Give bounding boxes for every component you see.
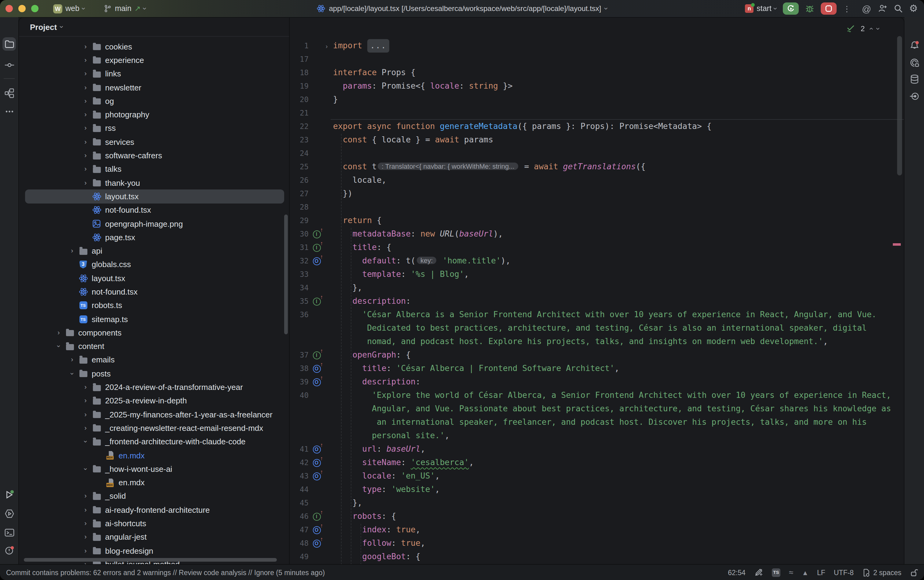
editor-line-17[interactable]: 17 — [290, 53, 904, 66]
code-text[interactable]: const t: Translator<{ navbar: { workWith… — [331, 160, 904, 173]
code-text[interactable]: }, — [331, 281, 904, 295]
code-editor[interactable]: 1›import ...1718interface Props {19 para… — [289, 18, 904, 565]
tree-item-layout-tsx[interactable]: layout.tsx — [19, 271, 289, 285]
window-title[interactable]: app/[locale]/layout.tsx [/Users/cesalber… — [316, 4, 607, 13]
tree-horizontal-scrollbar[interactable] — [24, 558, 277, 562]
code-text[interactable]: type: 'website', — [331, 483, 904, 496]
overriding-member-icon[interactable]: O — [310, 539, 323, 547]
project-panel-header[interactable]: Project › — [19, 18, 289, 37]
tree-item-en-mdx[interactable]: MDXen.mdx — [19, 476, 289, 489]
chevron-collapsed-icon[interactable]: › — [79, 84, 92, 91]
caret-position[interactable]: 62:54 — [728, 569, 746, 576]
structure-icon[interactable] — [2, 86, 16, 100]
code-text[interactable]: locale, — [331, 173, 904, 187]
code-text[interactable]: title: { — [331, 241, 904, 254]
chevron-collapsed-icon[interactable]: › — [79, 152, 92, 159]
chevron-expanded-icon[interactable]: › — [82, 463, 89, 475]
editor-line-wrap[interactable]: nomad, and podcast host. Explore his pro… — [290, 335, 904, 348]
editor-line-41[interactable]: 41O url: baseUrl, — [290, 443, 904, 456]
stop-button[interactable] — [821, 2, 837, 15]
tree-item-photography[interactable]: ›photography — [19, 108, 289, 122]
ai-assistant-icon[interactable]: @ — [862, 4, 871, 13]
tree-item-not-found-tsx[interactable]: not-found.tsx — [19, 285, 289, 299]
editor-line-22[interactable]: 22export async function generateMetadata… — [290, 120, 904, 133]
fold-region-icon[interactable]: › — [323, 43, 331, 49]
chevron-collapsed-icon[interactable]: › — [79, 506, 92, 513]
tree-item-emails[interactable]: ›emails — [19, 353, 289, 367]
problems-icon[interactable] — [2, 543, 16, 557]
code-text[interactable]: default: t(key: 'home.title'), — [331, 254, 904, 268]
prettier-icon[interactable]: ≈ — [789, 568, 793, 577]
code-text[interactable]: template: '%s | Blog', — [331, 268, 904, 281]
close-window-button[interactable] — [5, 5, 13, 12]
rerun-button[interactable] — [783, 2, 799, 15]
ai-assistant-icon[interactable] — [908, 56, 921, 69]
zoom-window-button[interactable] — [31, 5, 38, 12]
code-text[interactable]: Dedicated to best practices, architectur… — [331, 321, 904, 335]
tree-item-cookies[interactable]: ›cookies — [19, 40, 289, 53]
overriding-member-icon[interactable]: O — [310, 257, 323, 265]
code-text[interactable]: }, — [331, 496, 904, 510]
editor-line-39[interactable]: 39O description: — [290, 375, 904, 389]
editor-line-wrap[interactable]: Angular, and Vue. Passionate about best … — [290, 402, 904, 415]
editor-line-47[interactable]: 47O index: true, — [290, 523, 904, 537]
chevron-expanded-icon[interactable]: › — [82, 436, 89, 448]
file-encoding[interactable]: UTF-8 — [834, 569, 854, 576]
editor-line-27[interactable]: 27 }) — [290, 187, 904, 201]
run-configuration-selector[interactable]: n start › — [745, 4, 777, 13]
code-text[interactable]: personal site.', — [331, 429, 904, 443]
chevron-collapsed-icon[interactable]: › — [79, 180, 92, 186]
code-text[interactable]: interface Props { — [331, 66, 904, 79]
code-text[interactable]: locale: 'en_US', — [331, 470, 904, 483]
chevron-collapsed-icon[interactable]: › — [79, 57, 92, 64]
chevron-collapsed-icon[interactable]: › — [79, 425, 92, 432]
code-with-me-icon[interactable] — [877, 4, 887, 13]
implemented-member-icon[interactable]: I — [310, 512, 323, 521]
code-text[interactable]: return { — [331, 214, 904, 227]
overriding-member-icon[interactable]: O — [310, 364, 323, 372]
chevron-collapsed-icon[interactable]: › — [79, 166, 92, 173]
chevron-collapsed-icon[interactable]: › — [79, 125, 92, 132]
editor-line-wrap[interactable]: an international speaker, freelancer, an… — [290, 415, 904, 429]
chevron-collapsed-icon[interactable]: › — [79, 98, 92, 104]
code-text[interactable]: export async function generateMetadata({… — [331, 120, 904, 133]
tree-item-og[interactable]: ›og — [19, 94, 289, 108]
code-text[interactable]: index: true, — [331, 523, 904, 537]
project-folder-icon[interactable] — [2, 37, 16, 51]
tree-item-ai-shortcuts[interactable]: ›ai-shortcuts — [19, 517, 289, 531]
code-text[interactable]: title: 'César Alberca | Frontend Softwar… — [331, 362, 904, 375]
tree-item-2025-a-review-in-depth[interactable]: ›2025-a-review-in-depth — [19, 394, 289, 408]
code-text[interactable]: siteName: 'cesalberca', — [331, 456, 904, 470]
tree-item-en-mdx[interactable]: MDXen.mdx — [19, 448, 289, 462]
settings-gear-icon[interactable]: ⚙ — [909, 4, 918, 13]
tree-item-content[interactable]: ›content — [19, 339, 289, 353]
tree-item--creating-newsletter-react-email-resend-mdx[interactable]: ›_creating-newsletter-react-email-resend… — [19, 422, 289, 435]
editor-line-42[interactable]: 42O siteName: 'cesalberca', — [290, 456, 904, 470]
tree-item-components[interactable]: ›components — [19, 326, 289, 339]
overriding-member-icon[interactable]: O — [310, 526, 323, 534]
chevron-collapsed-icon[interactable]: › — [79, 493, 92, 499]
notifications-icon[interactable] — [908, 38, 921, 52]
tree-item--frontend-architecture-with-claude-code[interactable]: ›_frontend-architecture-with-claude-code — [19, 435, 289, 448]
code-text[interactable]: url: baseUrl, — [331, 443, 904, 456]
code-text[interactable]: googleBot: { — [331, 550, 904, 564]
tree-item-talks[interactable]: ›talks — [19, 162, 289, 176]
tree-item-software-cafrers[interactable]: ›software-cafrers — [19, 149, 289, 163]
search-icon[interactable] — [893, 4, 903, 13]
tree-item-sitemap-ts[interactable]: TSsitemap.ts — [19, 312, 289, 326]
code-text[interactable]: }) — [331, 187, 904, 201]
editor-line-24[interactable]: 24 — [290, 147, 904, 160]
chevron-collapsed-icon[interactable]: › — [79, 138, 92, 145]
tree-item-thank-you[interactable]: ›thank-you — [19, 176, 289, 190]
tree-item-layout-tsx[interactable]: layout.tsx — [19, 190, 289, 204]
tree-item-globals-css[interactable]: 3globals.css — [19, 258, 289, 272]
implemented-member-icon[interactable]: I — [310, 297, 323, 305]
tree-item-page-tsx[interactable]: page.tsx — [19, 231, 289, 244]
editor-line-20[interactable]: 20} — [290, 93, 904, 106]
editor-line-32[interactable]: 32O default: t(key: 'home.title'), — [290, 254, 904, 268]
editor-line-38[interactable]: 38O title: 'César Alberca | Frontend Sof… — [290, 362, 904, 375]
remote-dev-icon[interactable] — [908, 89, 921, 103]
database-icon[interactable] — [908, 72, 921, 86]
editor-line-46[interactable]: 46I robots: { — [290, 510, 904, 523]
tree-item-ai-ready-frontend-architecture[interactable]: ›ai-ready-frontend-architecture — [19, 503, 289, 517]
